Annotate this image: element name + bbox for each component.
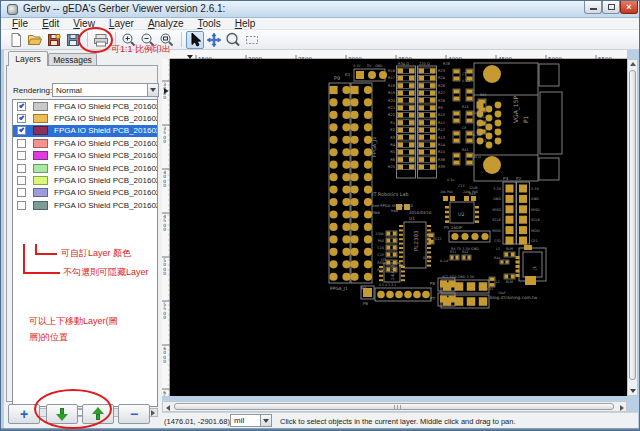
print-button[interactable]	[92, 31, 110, 49]
svg-text:4500: 4500	[163, 214, 166, 233]
layer-visibility-checkbox[interactable]	[17, 188, 26, 197]
scroll-down-icon[interactable]	[629, 387, 636, 395]
svg-text:C15: C15	[487, 287, 493, 291]
layer-row[interactable]: FPGA IO Shield PCB_20160225-	[13, 100, 157, 112]
svg-text:R25: R25	[388, 165, 395, 169]
scroll-thumb[interactable]	[629, 70, 636, 380]
layer-row[interactable]: FPGA IO Shield PCB_20160225-	[13, 174, 157, 186]
svg-text:230k: 230k	[376, 232, 384, 236]
pointer-icon	[187, 32, 203, 48]
layer-color-swatch[interactable]	[33, 188, 48, 197]
menu-tools[interactable]: Tools	[190, 18, 227, 30]
rendering-combo[interactable]: Normal	[52, 83, 159, 97]
measure-button[interactable]	[243, 31, 261, 49]
close-icon: ×	[626, 2, 631, 12]
rendering-combo-button[interactable]	[147, 84, 158, 96]
layer-visibility-checkbox[interactable]	[17, 201, 26, 210]
move-note-line2: 層)的位置	[29, 332, 68, 343]
menu-help[interactable]: Help	[228, 18, 263, 30]
save-button[interactable]	[64, 31, 82, 49]
layer-color-swatch[interactable]	[33, 126, 48, 135]
svg-text:3.3V: 3.3V	[353, 64, 361, 68]
layer-color-swatch[interactable]	[33, 114, 48, 123]
revert-button[interactable]	[45, 31, 63, 49]
svg-text:R51: R51	[450, 250, 456, 254]
pan-button[interactable]	[205, 31, 223, 49]
scroll-left-icon[interactable]	[163, 404, 172, 411]
status-hint: Click to select objects in the current l…	[280, 417, 516, 426]
layer-color-swatch[interactable]	[33, 176, 48, 185]
layer-color-swatch[interactable]	[33, 102, 48, 111]
title-bar[interactable]: Gerbv -- gEDA's Gerber Viewer version 2.…	[1, 1, 640, 18]
menu-edit[interactable]: Edit	[35, 18, 66, 30]
revert-icon	[46, 32, 62, 48]
open-icon	[27, 32, 43, 48]
svg-text:R43: R43	[480, 93, 487, 97]
layer-color-swatch[interactable]	[33, 201, 48, 210]
layer-visibility-checkbox[interactable]	[17, 164, 26, 173]
layer-visibility-checkbox[interactable]	[17, 126, 26, 135]
plus-icon: +	[20, 407, 28, 421]
pointer-button[interactable]	[186, 31, 204, 49]
add-layer-button[interactable]: +	[8, 404, 40, 424]
svg-text:R21: R21	[388, 106, 395, 110]
new-icon	[8, 32, 24, 48]
layer-label: FPGA IO Shield PCB_20160225-	[54, 201, 158, 210]
menu-view[interactable]: View	[66, 18, 102, 30]
svg-text:R4: R4	[390, 143, 395, 147]
move-layer-down-button[interactable]	[46, 404, 78, 424]
horizontal-scrollbar[interactable]	[162, 401, 627, 412]
layer-row[interactable]: FPGA IO Shield PCB_20160225-	[13, 112, 157, 124]
unit-combo-button[interactable]	[260, 415, 271, 426]
zoom-icon	[225, 32, 241, 48]
remove-layer-button[interactable]: −	[118, 404, 150, 424]
svg-text:C7: C7	[462, 72, 466, 76]
layers-notebook: Rendering: Normal FPGA IO Shield PCB_201…	[6, 65, 158, 402]
layer-color-swatch[interactable]	[33, 164, 48, 173]
scroll-right-icon[interactable]	[617, 404, 626, 411]
menu-analyze[interactable]: Analyze	[141, 18, 191, 30]
layer-row[interactable]: FPGA IO Shield PCB_20160225-	[13, 199, 157, 211]
svg-text:BLM: BLM	[506, 280, 513, 284]
layer-row[interactable]: FPGA IO Shield PCB_20160225-	[13, 137, 157, 149]
svg-text:PWB: PWB	[372, 211, 381, 215]
layer-visibility-checkbox[interactable]	[17, 139, 26, 148]
move-layer-up-button[interactable]	[82, 404, 114, 424]
zoom-button[interactable]	[224, 31, 242, 49]
svg-text:R27: R27	[438, 91, 445, 95]
svg-text:L3: L3	[496, 247, 500, 251]
color-note-line	[35, 253, 57, 255]
layer-visibility-checkbox[interactable]	[17, 151, 26, 160]
layer-row[interactable]: FPGA IO Shield PCB_20160225-	[13, 150, 157, 162]
svg-text:P3: P3	[361, 286, 367, 291]
minimize-button[interactable]	[584, 1, 602, 14]
layer-color-swatch[interactable]	[33, 139, 48, 148]
layer-row[interactable]: FPGA IO Shield PCB_20160225-	[13, 125, 157, 137]
vertical-scrollbar[interactable]	[627, 59, 638, 396]
scroll-up-icon[interactable]	[629, 60, 636, 68]
layer-label: FPGA IO Shield PCB_20160225-	[54, 102, 158, 111]
tab-layers[interactable]: Layers	[8, 51, 48, 66]
open-button[interactable]	[26, 31, 44, 49]
layer-color-swatch[interactable]	[33, 151, 48, 160]
menu-layer[interactable]: Layer	[102, 18, 141, 30]
svg-text:R28: R28	[438, 99, 446, 103]
layer-visibility-checkbox[interactable]	[17, 176, 26, 185]
close-button[interactable]: ×	[620, 1, 638, 14]
new-button[interactable]	[7, 31, 25, 49]
unit-combo[interactable]: mil	[230, 414, 272, 427]
menu-file[interactable]: File	[5, 18, 35, 30]
maximize-button[interactable]	[602, 1, 620, 14]
layer-row[interactable]: FPGA IO Shield PCB_20160225-	[13, 187, 157, 199]
layer-visibility-checkbox[interactable]	[17, 102, 26, 111]
scroll-right-icon[interactable]	[149, 409, 157, 416]
svg-text:0.1uF: 0.1uF	[473, 133, 482, 137]
svg-text:R26: R26	[438, 84, 446, 88]
scroll-thumb[interactable]	[174, 403, 614, 410]
layer-row[interactable]: FPGA IO Shield PCB_20160225-	[13, 162, 157, 174]
layer-visibility-checkbox[interactable]	[17, 114, 26, 123]
svg-text:C11: C11	[480, 139, 487, 143]
layer-label: FPGA IO Shield PCB_20160225-	[54, 176, 158, 185]
svg-text:C12: C12	[435, 237, 442, 241]
pcb-canvas[interactable]: R16R23R17R24R18R26R19R27R20R28R21R9R22R1…	[170, 59, 627, 396]
